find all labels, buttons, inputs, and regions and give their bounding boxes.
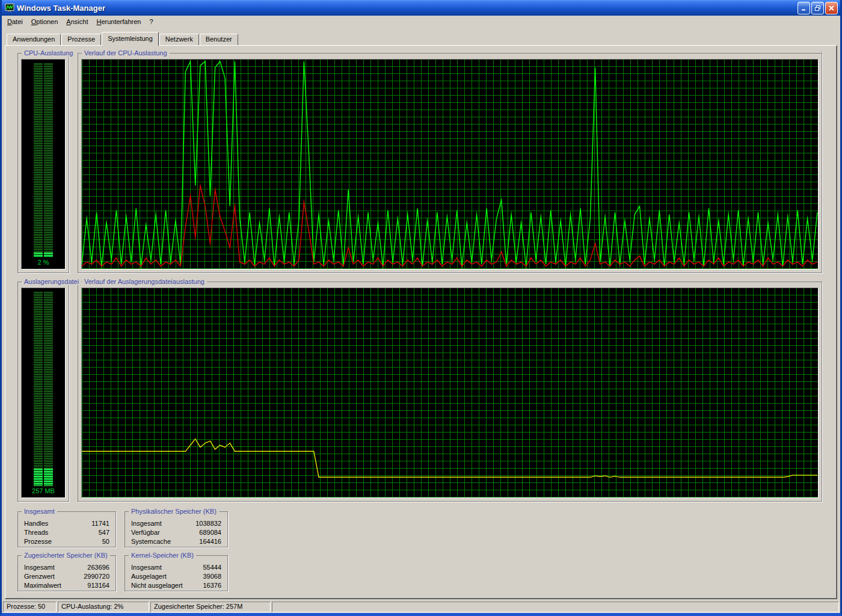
stat-value: 1038832 xyxy=(195,519,221,528)
window-controls xyxy=(797,2,838,14)
stat-value: 164416 xyxy=(199,537,221,546)
stat-label: Insgesamt xyxy=(131,563,162,572)
stat-row-insgesamt: Insgesamt263696 xyxy=(24,563,109,572)
stat-value: 689084 xyxy=(199,528,221,537)
app-icon xyxy=(5,3,14,13)
stat-label: Maximalwert xyxy=(24,581,61,590)
pagefile-history-group: Verlauf der Auslagerungsdateiauslastung xyxy=(78,282,822,502)
group-insgesamt: InsgesamtHandles11741Threads547Prozesse5… xyxy=(17,511,116,547)
stat-row-verf-gbar: Verfügbar689084 xyxy=(131,528,221,537)
group-caption: Insgesamt xyxy=(22,508,57,515)
stat-label: Verfügbar xyxy=(131,528,160,537)
stat-row-handles: Handles11741 xyxy=(24,519,109,528)
cpu-usage-caption: CPU-Auslastung xyxy=(22,49,75,57)
group-kernel-speicher-kb: Kernel-Speicher (KB)Insgesamt55444Ausgel… xyxy=(124,555,228,591)
stat-row-systemcache: Systemcache164416 xyxy=(131,537,221,546)
stat-row-insgesamt: Insgesamt55444 xyxy=(131,563,221,572)
stat-value: 263696 xyxy=(87,563,109,572)
maximize-button[interactable] xyxy=(811,2,824,14)
cpu-history-group: Verlauf der CPU-Auslastung xyxy=(78,53,822,273)
stats-grid: InsgesamtHandles11741Threads547Prozesse5… xyxy=(17,511,822,591)
title-bar[interactable]: Windows Task-Manager xyxy=(2,0,840,16)
tab-benutzer[interactable]: Benutzer xyxy=(200,34,238,45)
status-panel-filler xyxy=(272,602,839,612)
stat-row-ausgelagert: Ausgelagert39068 xyxy=(131,572,221,581)
group-caption: Zugesicherter Speicher (KB) xyxy=(22,552,110,559)
stat-row-insgesamt: Insgesamt1038832 xyxy=(131,519,221,528)
stat-label: Ausgelagert xyxy=(131,572,167,581)
cpu-usage-value: 2 % xyxy=(38,257,49,267)
cpu-usage-group: CPU-Auslastung 2 % xyxy=(17,53,69,273)
pagefile-history-panel xyxy=(81,288,819,498)
pagefile-led-divider xyxy=(43,292,44,486)
pagefile-usage-caption: Auslagerungsdatei xyxy=(22,278,81,285)
stat-label: Prozesse xyxy=(24,537,52,546)
stat-value: 2990720 xyxy=(84,572,109,581)
menu-bar: DateiOptionenAnsichtHerunterfahren? xyxy=(2,16,840,28)
tab-systemleistung[interactable]: Systemleistung xyxy=(102,32,159,46)
stat-label: Threads xyxy=(24,528,48,537)
stat-value: 50 xyxy=(102,537,109,546)
status-panel-prozesse: Prozesse: 50 xyxy=(3,602,57,612)
menu-herunterfahren[interactable]: Herunterfahren xyxy=(92,17,145,26)
stat-label: Handles xyxy=(24,519,48,528)
tab-anwendungen[interactable]: Anwendungen xyxy=(7,34,61,45)
stat-label: Grenzwert xyxy=(24,572,55,581)
stat-row-nicht-ausgelagert: Nicht ausgelagert16376 xyxy=(131,581,221,590)
status-bar: Prozesse: 50CPU-Auslastung: 2%Zugesicher… xyxy=(2,600,840,613)
group-caption: Kernel-Speicher (KB) xyxy=(129,552,196,559)
pagefile-usage-value: 257 MB xyxy=(32,486,55,496)
pagefile-row: Auslagerungsdatei 257 MB Verlauf der Aus… xyxy=(17,282,822,502)
menu-optionen[interactable]: Optionen xyxy=(27,17,63,26)
stat-value: 39068 xyxy=(203,572,221,581)
minimize-button[interactable] xyxy=(797,2,810,14)
group-physikalischer-speicher-kb: Physikalischer Speicher (KB)Insgesamt103… xyxy=(124,511,228,547)
cpu-led-bar xyxy=(34,63,53,257)
stat-label: Nicht ausgelagert xyxy=(131,581,183,590)
stat-row-threads: Threads547 xyxy=(24,528,109,537)
menu-help[interactable]: ? xyxy=(145,17,157,26)
stat-label: Insgesamt xyxy=(131,519,162,528)
stat-label: Insgesamt xyxy=(24,563,55,572)
stat-value: 11741 xyxy=(91,519,109,528)
group-caption: Physikalischer Speicher (KB) xyxy=(129,508,219,515)
pagefile-led-bar xyxy=(34,292,53,486)
stat-row-prozesse: Prozesse50 xyxy=(24,537,109,546)
tab-strip: AnwendungenProzesseSystemleistungNetzwer… xyxy=(5,31,837,45)
status-panel-zugesicherter-speicher: Zugesicherter Speicher: 257M xyxy=(150,602,271,612)
cpu-row: CPU-Auslastung 2 % Verlauf der CPU-Ausla… xyxy=(17,53,822,273)
task-manager-window: Windows Task-Manager DateiOptionenAnsich… xyxy=(0,0,842,616)
group-zugesicherter-speicher-kb: Zugesicherter Speicher (KB)Insgesamt2636… xyxy=(17,555,116,591)
pagefile-history-chart xyxy=(82,288,818,497)
status-panel-cpu-auslastung: CPU-Auslastung: 2% xyxy=(58,602,149,612)
close-icon xyxy=(828,5,835,11)
client-area: AnwendungenProzesseSystemleistungNetzwer… xyxy=(2,28,840,600)
restore-icon xyxy=(814,5,821,11)
tab-netzwerk[interactable]: Netzwerk xyxy=(159,34,199,45)
menu-datei[interactable]: Datei xyxy=(3,17,27,26)
stat-value: 55444 xyxy=(203,563,221,572)
tab-prozesse[interactable]: Prozesse xyxy=(61,34,101,45)
performance-tab-page: CPU-Auslastung 2 % Verlauf der CPU-Ausla… xyxy=(5,45,837,599)
window-title: Windows Task-Manager xyxy=(17,4,797,13)
stat-value: 16376 xyxy=(203,581,221,590)
menu-ansicht[interactable]: Ansicht xyxy=(62,17,92,26)
cpu-led-divider xyxy=(43,63,44,257)
pagefile-usage-group: Auslagerungsdatei 257 MB xyxy=(17,282,69,502)
cpu-history-chart xyxy=(82,60,818,269)
pagefile-usage-gauge: 257 MB xyxy=(21,288,66,498)
close-button[interactable] xyxy=(825,2,838,14)
stat-row-grenzwert: Grenzwert2990720 xyxy=(24,572,109,581)
cpu-history-panel xyxy=(81,59,819,270)
stat-row-maximalwert: Maximalwert913164 xyxy=(24,581,109,590)
pagefile-history-caption: Verlauf der Auslagerungsdateiauslastung xyxy=(82,278,207,285)
stat-value: 913164 xyxy=(87,581,109,590)
minimize-icon xyxy=(801,5,807,11)
stat-label: Systemcache xyxy=(131,537,171,546)
cpu-history-caption: Verlauf der CPU-Auslastung xyxy=(82,49,170,57)
stat-value: 547 xyxy=(99,528,109,537)
cpu-usage-gauge: 2 % xyxy=(21,59,66,270)
